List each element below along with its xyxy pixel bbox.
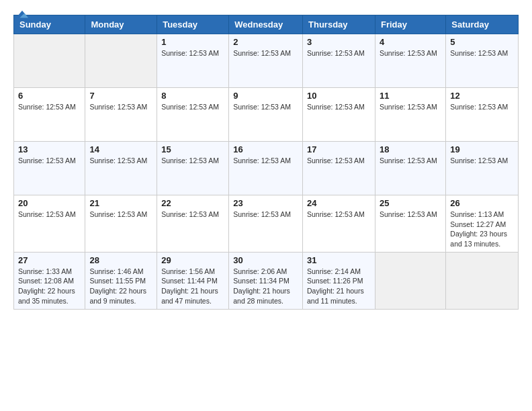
day-info: Sunrise: 12:53 AM <box>307 156 371 166</box>
calendar-cell: 26Sunrise: 1:13 AM Sunset: 12:27 AM Dayl… <box>446 195 519 253</box>
day-info: Sunrise: 12:53 AM <box>450 48 514 58</box>
day-number: 21 <box>89 198 152 208</box>
day-number: 10 <box>307 91 371 101</box>
calendar-cell: 10Sunrise: 12:53 AM <box>303 88 375 142</box>
day-info: Sunrise: 12:53 AM <box>161 102 224 112</box>
calendar-cell: 2Sunrise: 12:53 AM <box>229 34 303 88</box>
day-info: Sunrise: 2:14 AM Sunset: 11:26 PM Daylig… <box>307 267 371 306</box>
day-info: Sunrise: 12:53 AM <box>18 102 81 112</box>
day-number: 23 <box>233 198 298 208</box>
day-number: 22 <box>161 198 224 208</box>
day-number: 1 <box>161 37 224 47</box>
day-info: Sunrise: 12:53 AM <box>233 156 298 166</box>
calendar-cell <box>375 252 445 309</box>
day-number: 26 <box>450 198 514 208</box>
day-info: Sunrise: 12:53 AM <box>89 210 152 220</box>
column-header-wednesday: Wednesday <box>229 15 303 34</box>
column-header-friday: Friday <box>375 15 445 34</box>
calendar-cell <box>446 252 519 309</box>
day-info: Sunrise: 12:53 AM <box>380 156 441 166</box>
calendar-cell: 5Sunrise: 12:53 AM <box>446 34 519 88</box>
day-info: Sunrise: 1:13 AM Sunset: 12:27 AM Daylig… <box>450 210 514 249</box>
day-info: Sunrise: 12:53 AM <box>89 156 152 166</box>
calendar-cell: 13Sunrise: 12:53 AM <box>14 142 85 195</box>
day-info: Sunrise: 12:53 AM <box>161 48 224 58</box>
day-number: 18 <box>380 144 441 154</box>
calendar-header: SundayMondayTuesdayWednesdayThursdayFrid… <box>14 15 519 34</box>
day-info: Sunrise: 12:53 AM <box>161 156 224 166</box>
day-number: 7 <box>89 91 152 101</box>
column-header-thursday: Thursday <box>303 15 375 34</box>
day-number: 11 <box>380 91 441 101</box>
day-number: 13 <box>18 144 81 154</box>
calendar-week-row: 1Sunrise: 12:53 AM2Sunrise: 12:53 AM3Sun… <box>14 34 519 88</box>
day-number: 25 <box>380 198 441 208</box>
day-number: 4 <box>380 37 441 47</box>
calendar-cell: 16Sunrise: 12:53 AM <box>229 142 303 195</box>
day-number: 15 <box>161 144 224 154</box>
calendar-week-row: 27Sunrise: 1:33 AM Sunset: 12:08 AM Dayl… <box>14 252 519 309</box>
day-header-row: SundayMondayTuesdayWednesdayThursdayFrid… <box>14 15 519 34</box>
day-number: 27 <box>18 255 81 265</box>
day-number: 28 <box>89 255 152 265</box>
column-header-monday: Monday <box>85 15 157 34</box>
calendar-cell: 4Sunrise: 12:53 AM <box>375 34 445 88</box>
calendar-cell: 29Sunrise: 1:56 AM Sunset: 11:44 PM Dayl… <box>157 252 229 309</box>
day-info: Sunrise: 12:53 AM <box>380 48 441 58</box>
day-number: 16 <box>233 144 298 154</box>
day-number: 19 <box>450 144 514 154</box>
day-info: Sunrise: 12:53 AM <box>307 48 371 58</box>
day-number: 8 <box>161 91 224 101</box>
calendar-cell: 21Sunrise: 12:53 AM <box>85 195 157 253</box>
day-info: Sunrise: 12:53 AM <box>89 102 152 112</box>
day-number: 20 <box>18 198 81 208</box>
day-info: Sunrise: 12:53 AM <box>307 102 371 112</box>
calendar-cell: 23Sunrise: 12:53 AM <box>229 195 303 253</box>
day-info: Sunrise: 12:53 AM <box>233 48 298 58</box>
day-number: 29 <box>161 255 224 265</box>
calendar-cell: 27Sunrise: 1:33 AM Sunset: 12:08 AM Dayl… <box>14 252 85 309</box>
calendar-cell: 15Sunrise: 12:53 AM <box>157 142 229 195</box>
day-info: Sunrise: 12:53 AM <box>307 210 371 220</box>
day-number: 2 <box>233 37 298 47</box>
day-info: Sunrise: 12:53 AM <box>161 210 224 220</box>
calendar-cell: 11Sunrise: 12:53 AM <box>375 88 445 142</box>
calendar-week-row: 6Sunrise: 12:53 AM7Sunrise: 12:53 AM8Sun… <box>14 88 519 142</box>
calendar-cell: 17Sunrise: 12:53 AM <box>303 142 375 195</box>
day-number: 31 <box>307 255 371 265</box>
calendar-cell: 25Sunrise: 12:53 AM <box>375 195 445 253</box>
day-number: 17 <box>307 144 371 154</box>
day-info: Sunrise: 12:53 AM <box>380 210 441 220</box>
day-number: 5 <box>450 37 514 47</box>
calendar-cell: 6Sunrise: 12:53 AM <box>14 88 85 142</box>
day-number: 3 <box>307 37 371 47</box>
day-info: Sunrise: 12:53 AM <box>450 156 514 166</box>
calendar-cell: 24Sunrise: 12:53 AM <box>303 195 375 253</box>
calendar-week-row: 13Sunrise: 12:53 AM14Sunrise: 12:53 AM15… <box>14 142 519 195</box>
day-info: Sunrise: 12:53 AM <box>233 102 298 112</box>
day-info: Sunrise: 1:56 AM Sunset: 11:44 PM Daylig… <box>161 267 224 306</box>
day-info: Sunrise: 12:53 AM <box>450 102 514 112</box>
day-info: Sunrise: 12:53 AM <box>18 156 81 166</box>
calendar-cell <box>85 34 157 88</box>
calendar-cell: 14Sunrise: 12:53 AM <box>85 142 157 195</box>
day-info: Sunrise: 12:53 AM <box>233 210 298 220</box>
calendar-cell: 18Sunrise: 12:53 AM <box>375 142 445 195</box>
day-number: 12 <box>450 91 514 101</box>
calendar-cell: 19Sunrise: 12:53 AM <box>446 142 519 195</box>
calendar-cell: 28Sunrise: 1:46 AM Sunset: 11:55 PM Dayl… <box>85 252 157 309</box>
calendar-cell: 7Sunrise: 12:53 AM <box>85 88 157 142</box>
day-info: Sunrise: 1:33 AM Sunset: 12:08 AM Daylig… <box>18 267 81 306</box>
calendar-cell: 30Sunrise: 2:06 AM Sunset: 11:34 PM Dayl… <box>229 252 303 309</box>
day-number: 24 <box>307 198 371 208</box>
day-info: Sunrise: 1:46 AM Sunset: 11:55 PM Daylig… <box>89 267 152 306</box>
column-header-tuesday: Tuesday <box>157 15 229 34</box>
column-header-saturday: Saturday <box>446 15 519 34</box>
calendar-cell: 8Sunrise: 12:53 AM <box>157 88 229 142</box>
calendar-week-row: 20Sunrise: 12:53 AM21Sunrise: 12:53 AM22… <box>14 195 519 253</box>
calendar-body: 1Sunrise: 12:53 AM2Sunrise: 12:53 AM3Sun… <box>14 34 519 310</box>
day-info: Sunrise: 12:53 AM <box>380 102 441 112</box>
calendar-cell: 31Sunrise: 2:14 AM Sunset: 11:26 PM Dayl… <box>303 252 375 309</box>
day-info: Sunrise: 12:53 AM <box>18 210 81 220</box>
day-number: 6 <box>18 91 81 101</box>
